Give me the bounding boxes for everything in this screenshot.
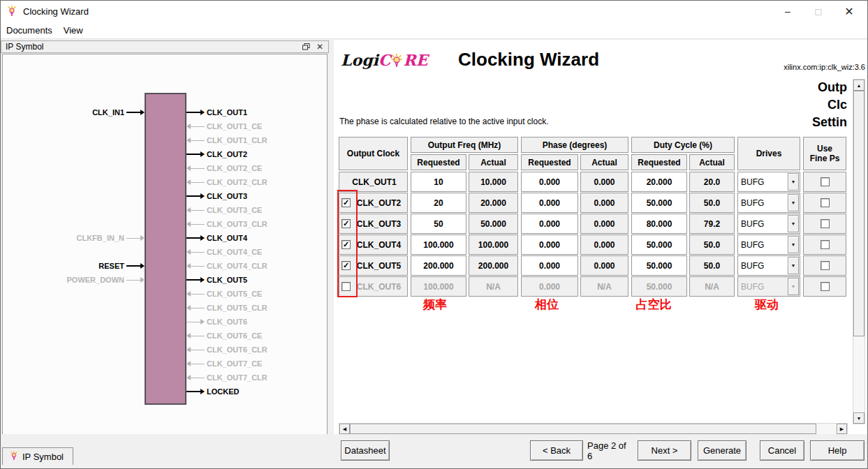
freq-actual-value-clk_out4: 100.000 — [469, 234, 518, 255]
cancel-button[interactable]: Cancel — [760, 440, 804, 461]
page-indicator: Page 2 of 6 — [587, 440, 633, 461]
float-panel-icon[interactable] — [300, 42, 311, 52]
port-clk_out1_ce: CLK_OUT1_CE — [186, 121, 264, 131]
duty-actual-value-clk_out3: 79.2 — [689, 214, 735, 234]
scroll-left-icon[interactable]: ◀ — [339, 424, 350, 434]
duty-requested-input-clk_out3[interactable]: 80.000 — [631, 214, 687, 234]
duty-requested-input-clk_out2[interactable]: 50.000 — [631, 193, 687, 213]
close-panel-icon[interactable]: ✕ — [314, 42, 325, 52]
port-clk_out1: CLK_OUT1 — [186, 107, 249, 117]
phase-actual-value-clk_out4: 0.000 — [580, 234, 628, 255]
duty-actual-value-clk_out4: 50.0 — [689, 234, 735, 255]
scroll-down-icon[interactable]: ▼ — [853, 412, 865, 424]
port-reset: RESET — [3, 261, 145, 271]
logicore-logo: LogiC RE — [341, 51, 427, 70]
tab-ip-symbol[interactable]: IP Symbol — [2, 447, 73, 465]
chevron-down-icon: ▼ — [788, 278, 799, 295]
datasheet-button[interactable]: Datasheet — [341, 440, 390, 461]
freq-actual-value-clk_out5: 200.000 — [469, 255, 518, 276]
chevron-down-icon[interactable]: ▼ — [788, 257, 799, 274]
logo-text-c: C — [378, 51, 391, 69]
fine-ps-checkbox-clk_out1[interactable] — [821, 177, 830, 186]
clock-table-body: CLK_OUT11010.0000.0000.00020.00020.0BUFG… — [339, 172, 846, 297]
chevron-down-icon[interactable]: ▼ — [788, 215, 799, 232]
phase-requested-input-clk_out2[interactable]: 0.000 — [521, 193, 578, 213]
drives-dropdown-clk_out2[interactable]: BUFG▼ — [737, 193, 800, 213]
drives-dropdown-clk_out3[interactable]: BUFG▼ — [737, 214, 800, 234]
chevron-down-icon[interactable]: ▼ — [788, 173, 799, 191]
generate-button[interactable]: Generate — [698, 440, 746, 461]
freq-requested-input-clk_out1[interactable]: 10 — [411, 172, 466, 192]
freq-requested-input-clk_out2[interactable]: 20 — [411, 193, 466, 213]
output-clock-name: CLK_OUT5 — [351, 261, 407, 271]
fine-ps-checkbox-clk_out6[interactable] — [821, 282, 830, 291]
col-output-freq: Output Freq (MHz) — [411, 137, 518, 153]
phase-requested-input-clk_out6: 0.000 — [521, 276, 578, 297]
drives-dropdown-clk_out5[interactable]: BUFG▼ — [737, 255, 800, 276]
fine-ps-cell-clk_out4 — [803, 234, 846, 255]
freq-requested-input-clk_out4[interactable]: 100.000 — [411, 234, 466, 255]
phase-requested-input-clk_out4[interactable]: 0.000 — [521, 234, 578, 255]
col-phase-actual: Actual — [580, 154, 628, 170]
output-clock-name: CLK_OUT6 — [351, 282, 407, 292]
duty-requested-input-clk_out4[interactable]: 50.000 — [631, 234, 687, 255]
back-button[interactable]: < Back — [530, 440, 583, 461]
scroll-right-icon[interactable]: ▶ — [837, 424, 847, 434]
port-clk_out2_ce: CLK_OUT2_CE — [186, 163, 264, 173]
ip-symbol-panel-header: IP Symbol ✕ — [1, 40, 329, 53]
col-use-fine-ps: Use Fine Ps — [803, 137, 846, 170]
maximize-icon[interactable]: ◻ — [804, 1, 833, 22]
fine-ps-cell-clk_out1 — [803, 172, 846, 192]
phase-requested-input-clk_out3[interactable]: 0.000 — [521, 214, 578, 234]
bulb-icon — [7, 6, 17, 20]
freq-requested-input-clk_out5[interactable]: 200.000 — [411, 255, 466, 276]
col-output-clock: Output Clock — [339, 137, 408, 170]
page-title: Clocking Wizard — [458, 49, 599, 70]
horizontal-scrollbar[interactable]: ◀ ▶ — [339, 423, 848, 435]
horizontal-scrollbar-thumb[interactable] — [350, 424, 816, 434]
ip-version: xilinx.com:ip:clk_wiz:3.6 — [755, 63, 865, 71]
menu-view[interactable]: View — [58, 23, 89, 38]
fine-ps-checkbox-clk_out3[interactable] — [821, 219, 830, 228]
duty-requested-input-clk_out1[interactable]: 20.000 — [631, 172, 687, 192]
phase-requested-input-clk_out1[interactable]: 0.000 — [521, 172, 578, 192]
chevron-down-icon[interactable]: ▼ — [788, 236, 799, 253]
port-clk_out5_clr: CLK_OUT5_CLR — [186, 303, 270, 313]
phase-requested-input-clk_out5[interactable]: 0.000 — [521, 255, 578, 276]
output-clock-cell-clk_out1: CLK_OUT1 — [339, 172, 408, 192]
menu-documents[interactable]: Documents — [1, 23, 58, 38]
freq-requested-input-clk_out3[interactable]: 50 — [411, 214, 466, 234]
port-clk_out3: CLK_OUT3 — [186, 191, 249, 201]
help-button[interactable]: Help — [810, 440, 865, 461]
output-clock-name: CLK_OUT2 — [351, 198, 407, 208]
title-bar: Clocking Wizard – ◻ ✕ — [1, 1, 867, 22]
phase-actual-value-clk_out2: 0.000 — [580, 193, 628, 213]
phase-note: The phase is calculated relative to the … — [339, 117, 549, 126]
annotation-frequency: 频率 — [404, 297, 466, 313]
port-clkfb_in_n: CLKFB_IN_N — [3, 233, 145, 243]
table-row-clk_out2: ✓CLK_OUT22020.0000.0000.00050.00050.0BUF… — [339, 193, 846, 213]
freq-actual-value-clk_out2: 20.000 — [469, 193, 518, 213]
freq-actual-value-clk_out3: 50.000 — [469, 214, 518, 234]
duty-requested-input-clk_out5[interactable]: 50.000 — [631, 255, 687, 276]
scroll-up-icon[interactable]: ▲ — [853, 80, 865, 91]
drives-dropdown-clk_out4[interactable]: BUFG▼ — [737, 234, 800, 255]
chevron-down-icon[interactable]: ▼ — [788, 194, 799, 211]
drives-dropdown-clk_out1[interactable]: BUFG▼ — [737, 172, 800, 192]
port-locked: LOCKED — [186, 387, 241, 396]
col-drives: Drives — [737, 137, 800, 170]
fine-ps-checkbox-clk_out4[interactable] — [821, 240, 830, 249]
sunburst-bulb-icon — [390, 52, 403, 69]
logo-text-logi: Logi — [341, 51, 378, 69]
port-clk_out6: CLK_OUT6 — [186, 317, 249, 327]
next-button[interactable]: Next > — [638, 440, 691, 461]
close-icon[interactable]: ✕ — [834, 1, 864, 22]
port-clk_out5: CLK_OUT5 — [186, 275, 249, 285]
vertical-scrollbar-thumb[interactable] — [853, 91, 865, 336]
fine-ps-checkbox-clk_out5[interactable] — [821, 261, 830, 270]
logo-text-re: RE — [403, 51, 427, 69]
fine-ps-checkbox-clk_out2[interactable] — [821, 198, 830, 207]
minimize-icon[interactable]: – — [773, 1, 802, 22]
duty-requested-input-clk_out6: 50.000 — [631, 276, 687, 297]
vertical-scrollbar[interactable]: ▲ ▼ — [853, 79, 865, 424]
